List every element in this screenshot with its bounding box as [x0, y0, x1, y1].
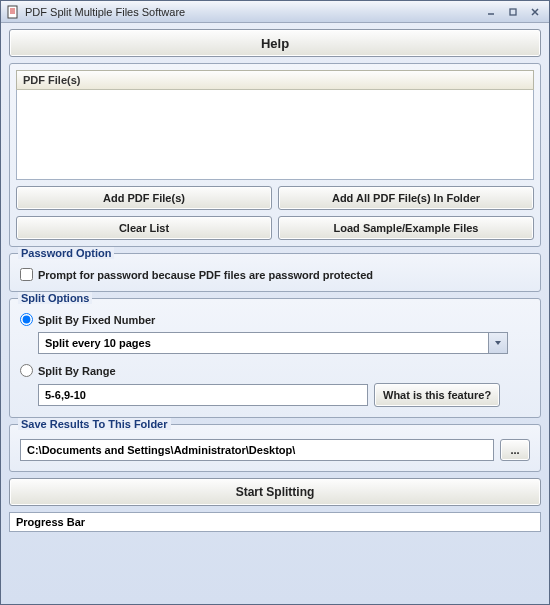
- titlebar: PDF Split Multiple Files Software: [1, 1, 549, 23]
- progress-bar: Progress Bar: [9, 512, 541, 532]
- split-fixed-label: Split By Fixed Number: [38, 314, 155, 326]
- split-fixed-row[interactable]: Split By Fixed Number: [20, 313, 530, 326]
- clear-list-button[interactable]: Clear List: [16, 216, 272, 240]
- feature-info-button[interactable]: What is this feature?: [374, 383, 500, 407]
- load-sample-button[interactable]: Load Sample/Example Files: [278, 216, 534, 240]
- add-folder-button[interactable]: Add All PDF File(s) In Folder: [278, 186, 534, 210]
- file-list-body[interactable]: [16, 90, 534, 180]
- prompt-password-label: Prompt for password because PDF files ar…: [38, 269, 373, 281]
- app-icon: [5, 4, 21, 20]
- start-splitting-button[interactable]: Start Splitting: [9, 478, 541, 506]
- client-area: Help PDF File(s) Add PDF File(s) Add All…: [1, 23, 549, 540]
- password-option-group: Password Option Prompt for password beca…: [9, 253, 541, 292]
- password-option-legend: Password Option: [18, 247, 114, 259]
- minimize-button[interactable]: [481, 4, 501, 20]
- split-range-row[interactable]: Split By Range: [20, 364, 530, 377]
- add-files-button[interactable]: Add PDF File(s): [16, 186, 272, 210]
- split-range-label: Split By Range: [38, 365, 116, 377]
- save-folder-input[interactable]: [20, 439, 494, 461]
- split-options-group: Split Options Split By Fixed Number Spli…: [9, 298, 541, 418]
- split-range-input[interactable]: [38, 384, 368, 406]
- save-folder-legend: Save Results To This Folder: [18, 418, 171, 430]
- split-range-radio[interactable]: [20, 364, 33, 377]
- svg-rect-2: [510, 9, 516, 15]
- save-folder-group: Save Results To This Folder ...: [9, 424, 541, 472]
- close-button[interactable]: [525, 4, 545, 20]
- split-fixed-value[interactable]: [38, 332, 488, 354]
- prompt-password-checkbox[interactable]: [20, 268, 33, 281]
- split-fixed-radio[interactable]: [20, 313, 33, 326]
- split-options-legend: Split Options: [18, 292, 92, 304]
- split-fixed-combo[interactable]: [38, 332, 508, 354]
- prompt-password-row[interactable]: Prompt for password because PDF files ar…: [20, 268, 530, 281]
- svg-rect-0: [8, 6, 17, 18]
- progress-label: Progress Bar: [16, 516, 85, 528]
- file-list-header[interactable]: PDF File(s): [16, 70, 534, 90]
- app-window: PDF Split Multiple Files Software Help P…: [0, 0, 550, 605]
- files-panel: PDF File(s) Add PDF File(s) Add All PDF …: [9, 63, 541, 247]
- help-button[interactable]: Help: [9, 29, 541, 57]
- maximize-button[interactable]: [503, 4, 523, 20]
- browse-folder-button[interactable]: ...: [500, 439, 530, 461]
- window-title: PDF Split Multiple Files Software: [25, 6, 479, 18]
- chevron-down-icon[interactable]: [488, 332, 508, 354]
